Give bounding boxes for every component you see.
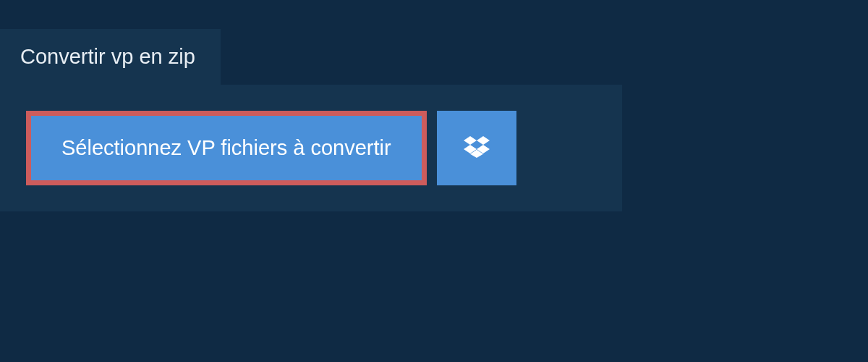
content-panel: Sélectionnez VP fichiers à convertir bbox=[0, 85, 622, 211]
dropbox-button[interactable] bbox=[437, 111, 516, 185]
tab-title: Convertir vp en zip bbox=[20, 45, 195, 68]
dropbox-icon bbox=[464, 134, 490, 162]
select-files-button[interactable]: Sélectionnez VP fichiers à convertir bbox=[26, 111, 427, 185]
tab-header: Convertir vp en zip bbox=[0, 29, 221, 85]
select-files-label: Sélectionnez VP fichiers à convertir bbox=[61, 136, 391, 160]
conversion-widget: Convertir vp en zip Sélectionnez VP fich… bbox=[0, 0, 868, 211]
